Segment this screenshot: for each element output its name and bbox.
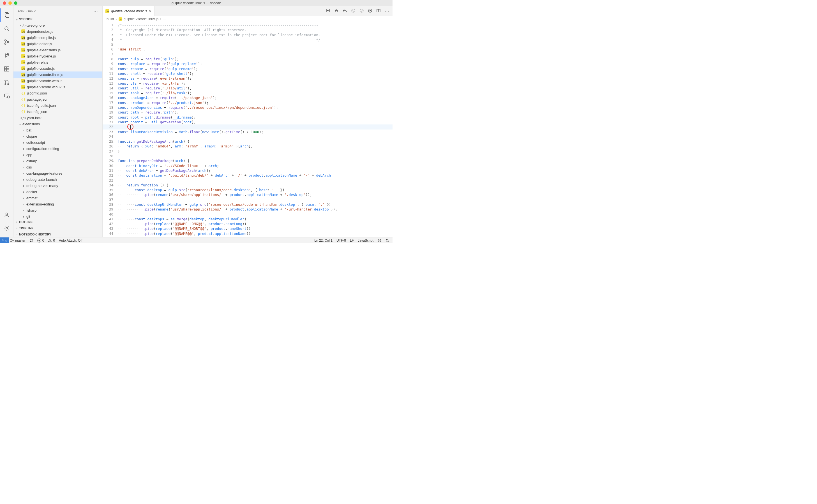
maximize-window-button[interactable] — [14, 1, 17, 5]
warning-count: 0 — [53, 239, 55, 242]
breadcrumb[interactable]: build › JS gulpfile.vscode.linux.js › ..… — [103, 16, 393, 22]
svg-point-13 — [5, 80, 6, 81]
run-icon[interactable] — [368, 8, 372, 14]
file-item[interactable]: {}tsconfig.build.json — [13, 102, 102, 108]
folder-label: docker — [26, 190, 37, 194]
file-label: gulpfile.extensions.js — [27, 48, 61, 52]
remote-indicator[interactable] — [0, 237, 9, 244]
file-item[interactable]: </>.webignore — [13, 22, 102, 28]
notebook-history-panel-header[interactable]: › NOTEBOOK HISTORY — [13, 231, 102, 237]
file-item[interactable]: {}jsconfig.json — [13, 90, 102, 96]
folder-item[interactable]: ›extension-editing — [13, 201, 102, 207]
folder-item[interactable]: ›emmet — [13, 195, 102, 201]
file-label: package.json — [27, 97, 49, 101]
git-branch-status[interactable]: master — [10, 239, 26, 242]
folder-item[interactable]: ›git — [13, 213, 102, 219]
file-item[interactable]: JSgulpfile.vscode.linux.js — [13, 71, 102, 78]
file-item[interactable]: {}package.json — [13, 96, 102, 102]
auto-attach-status[interactable]: Auto Attach: Off — [59, 239, 82, 242]
folder-item[interactable]: ›docker — [13, 189, 102, 195]
source-control-icon[interactable] — [0, 35, 13, 49]
lock-icon[interactable] — [334, 8, 339, 14]
folder-label: configuration-editing — [26, 147, 59, 151]
timeline-panel-header[interactable]: › TIMELINE — [13, 225, 102, 231]
svg-point-32 — [378, 239, 381, 242]
file-item[interactable]: JSgulpfile.editor.js — [13, 41, 102, 47]
go-prev-icon[interactable] — [351, 8, 356, 14]
close-window-button[interactable] — [3, 1, 6, 5]
folder-item[interactable]: ›debug-server-ready — [13, 182, 102, 189]
svg-rect-11 — [7, 69, 9, 71]
cursor-position[interactable]: Ln 22, Col 1 — [314, 239, 333, 242]
more-actions-icon[interactable]: ⋯ — [385, 8, 389, 14]
folder-item[interactable]: ›css — [13, 164, 102, 170]
folder-item[interactable]: ›configuration-editing — [13, 145, 102, 152]
file-item[interactable]: JSgulpfile.extensions.js — [13, 47, 102, 53]
folder-item[interactable]: ›debug-auto-launch — [13, 176, 102, 182]
account-icon[interactable] — [0, 208, 13, 221]
chevron-right-icon: › — [21, 147, 26, 151]
file-item[interactable]: </>yarn.lock — [13, 115, 102, 121]
breadcrumb-folder[interactable]: build — [107, 17, 114, 21]
file-item[interactable]: JSdependencies.js — [13, 28, 102, 34]
breadcrumb-file[interactable]: gulpfile.vscode.linux.js — [124, 17, 158, 21]
feedback-icon[interactable] — [377, 239, 381, 242]
settings-gear-icon[interactable] — [0, 221, 13, 235]
notifications-icon[interactable] — [385, 239, 389, 242]
compare-changes-icon[interactable] — [326, 8, 330, 14]
file-item[interactable]: JSgulpfile.vscode.web.js — [13, 78, 102, 84]
file-item[interactable]: JSgulpfile.compile.js — [13, 34, 102, 41]
folder-item[interactable]: ›coffeescript — [13, 139, 102, 145]
minimize-window-button[interactable] — [8, 1, 12, 5]
encoding-status[interactable]: UTF-8 — [336, 239, 346, 242]
explorer-icon[interactable] — [0, 8, 13, 22]
folder-extensions[interactable]: ⌄ extensions — [13, 121, 102, 127]
workspace-section-header[interactable]: ⌄ VSCODE — [13, 16, 102, 22]
file-item[interactable]: JSgulpfile.reh.js — [13, 59, 102, 65]
svg-rect-1 — [6, 13, 9, 17]
pull-requests-icon[interactable] — [0, 76, 13, 89]
folder-item[interactable]: ›clojure — [13, 133, 102, 139]
error-icon — [37, 239, 41, 242]
svg-point-21 — [352, 9, 355, 12]
js-file-icon: JS — [21, 54, 26, 58]
eol-status[interactable]: LF — [350, 239, 354, 242]
chevron-right-icon: › — [21, 196, 26, 200]
sidebar-more-icon[interactable]: ⋯ — [93, 8, 98, 14]
outline-panel-header[interactable]: › OUTLINE — [13, 219, 102, 225]
file-item[interactable]: JSgulpfile.hygiene.js — [13, 53, 102, 59]
folder-item[interactable]: ›bat — [13, 127, 102, 133]
folder-item[interactable]: ›fsharp — [13, 207, 102, 213]
extensions-icon[interactable] — [0, 62, 13, 76]
search-icon[interactable] — [0, 22, 13, 35]
go-next-icon[interactable] — [359, 8, 364, 14]
file-item[interactable]: {}tsconfig.json — [13, 108, 102, 115]
file-item[interactable]: JSgulpfile.vscode.win32.js — [13, 84, 102, 90]
panel-label: TIMELINE — [19, 226, 33, 230]
language-mode[interactable]: JavaScript — [358, 239, 373, 242]
errors-status[interactable]: 0 — [37, 239, 44, 242]
folder-item[interactable]: ›csharp — [13, 158, 102, 164]
file-item[interactable]: JSgulpfile.vscode.js — [13, 65, 102, 71]
file-label: gulpfile.vscode.linux.js — [27, 73, 63, 77]
folder-label: debug-server-ready — [26, 184, 58, 188]
file-label: dependencies.js — [27, 29, 53, 34]
file-tree[interactable]: </>.webignoreJSdependencies.jsJSgulpfile… — [13, 22, 102, 219]
folder-item[interactable]: ›cpp — [13, 152, 102, 158]
breadcrumb-ellipsis[interactable]: ... — [163, 17, 166, 21]
split-editor-icon[interactable] — [376, 8, 381, 14]
editor-tab[interactable]: JS gulpfile.vscode.linux.js × — [103, 6, 154, 16]
auto-attach-label: Auto Attach: Off — [59, 239, 82, 242]
code-editor[interactable]: 1234567891011121314151617181920212223242… — [103, 22, 393, 237]
sync-status[interactable] — [29, 239, 33, 242]
debug-icon[interactable] — [0, 49, 13, 62]
remote-explorer-icon[interactable] — [0, 89, 13, 103]
go-back-icon[interactable] — [343, 8, 347, 14]
chevron-right-icon: › — [21, 159, 26, 163]
close-tab-icon[interactable]: × — [149, 9, 151, 13]
panel-label: NOTEBOOK HISTORY — [19, 233, 51, 236]
warnings-status[interactable]: 0 — [48, 239, 55, 242]
fold-gutter[interactable]: ⌄⌄⌄ — [111, 22, 115, 237]
folder-item[interactable]: ›css-language-features — [13, 170, 102, 176]
chevron-right-icon: › — [15, 226, 19, 230]
